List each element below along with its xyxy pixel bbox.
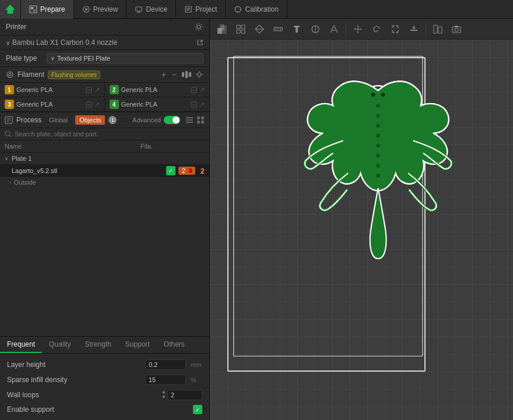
filament-slot-2[interactable]: 2 Generic PLA ↗ bbox=[105, 83, 210, 97]
toolbar-orient-button[interactable] bbox=[213, 21, 231, 37]
slot-arrow-3: ↗ bbox=[94, 101, 100, 108]
toolbar-divider-2 bbox=[426, 23, 426, 35]
grid-view-icon[interactable] bbox=[196, 116, 205, 124]
plate-lines bbox=[210, 40, 513, 420]
list-view-icon[interactable] bbox=[185, 116, 194, 124]
layer-height-row: Layer height mm bbox=[0, 357, 209, 372]
search-icon bbox=[5, 130, 12, 137]
toolbar-support-button[interactable] bbox=[288, 21, 305, 37]
home-button[interactable] bbox=[0, 0, 21, 19]
toolbar-seam-button[interactable] bbox=[307, 21, 324, 37]
svg-rect-41 bbox=[201, 117, 204, 119]
process-label: Process bbox=[16, 116, 41, 124]
printer-label: Printer bbox=[6, 23, 26, 31]
printer-name-row[interactable]: ∨ Bambu Lab X1 Carbon 0.4 nozzle bbox=[0, 36, 209, 50]
toolbar-rotate-button[interactable] bbox=[368, 21, 385, 37]
tab-others[interactable]: Others bbox=[157, 337, 192, 353]
svg-rect-23 bbox=[189, 72, 191, 77]
filament-badge[interactable]: 2 bbox=[178, 167, 195, 175]
tree-content: ∨ Plate 1 Lagarto_v5.2.stl ✓ 2 2 › Outsi… bbox=[0, 153, 209, 336]
home-icon bbox=[6, 5, 15, 14]
svg-rect-49 bbox=[237, 25, 240, 29]
add-filament-button[interactable]: + bbox=[160, 70, 167, 79]
toolbar-grid-button[interactable] bbox=[232, 21, 250, 37]
svg-point-24 bbox=[198, 73, 201, 76]
stepper-arrows: ▲ ▼ bbox=[161, 390, 166, 400]
tab-strength[interactable]: Strength bbox=[78, 337, 118, 353]
tab-quality[interactable]: Quality bbox=[42, 337, 78, 353]
tab-support[interactable]: Support bbox=[118, 337, 157, 353]
canvas-area[interactable] bbox=[210, 40, 513, 420]
objects-mode-button[interactable]: Objects bbox=[75, 115, 105, 125]
tab-prepare[interactable]: Prepare bbox=[21, 0, 74, 19]
object-visible-check[interactable]: ✓ bbox=[166, 166, 175, 175]
tab-device[interactable]: Device bbox=[127, 0, 176, 19]
svg-rect-52 bbox=[241, 30, 245, 33]
plate-type-row: Plate type ∨ Textured PEI Plate bbox=[0, 50, 209, 67]
tab-frequent[interactable]: Frequent bbox=[0, 337, 42, 353]
object-badge-num: 2 bbox=[201, 167, 205, 175]
layer-height-input[interactable] bbox=[145, 359, 186, 370]
tab-project[interactable]: Project bbox=[176, 0, 226, 19]
tab-project-label: Project bbox=[195, 5, 217, 13]
object-tree-header: Name Fila. bbox=[0, 140, 209, 153]
toolbar-slice-button[interactable] bbox=[251, 21, 268, 37]
calibration-icon bbox=[234, 5, 242, 13]
filament-slot-3[interactable]: 3 Generic PLA ↗ bbox=[0, 97, 105, 112]
printer-name: ∨ Bambu Lab X1 Carbon 0.4 nozzle bbox=[6, 38, 117, 47]
toolbar-measure-button[interactable] bbox=[269, 21, 287, 37]
layer-height-unit: mm bbox=[191, 361, 202, 368]
toolbar-view-button[interactable] bbox=[429, 21, 447, 37]
external-link-icon bbox=[196, 39, 203, 46]
toolbar-fdm-button[interactable] bbox=[325, 21, 343, 37]
outside-row[interactable]: › Outside bbox=[0, 177, 209, 188]
filament-slot-1[interactable]: 1 Generic PLA ↗ bbox=[0, 83, 105, 97]
enable-support-checkbox[interactable]: ✓ bbox=[193, 405, 202, 414]
preview-icon bbox=[82, 5, 90, 13]
global-mode-button[interactable]: Global bbox=[45, 115, 72, 125]
svg-point-80 bbox=[376, 133, 380, 137]
svg-rect-67 bbox=[434, 25, 437, 33]
slot-name-1: Generic PLA bbox=[16, 86, 83, 93]
toolbar-scale-button[interactable] bbox=[386, 21, 404, 37]
svg-rect-48 bbox=[220, 24, 224, 30]
wall-loops-input[interactable] bbox=[167, 390, 202, 400]
search-input[interactable] bbox=[15, 130, 205, 137]
tab-calibration-label: Calibration bbox=[245, 5, 278, 13]
svg-rect-1 bbox=[31, 7, 33, 9]
toolbar-place-button[interactable] bbox=[405, 21, 423, 37]
svg-rect-50 bbox=[241, 25, 245, 29]
tab-preview[interactable]: Preview bbox=[74, 0, 127, 19]
tab-prepare-label: Prepare bbox=[40, 5, 65, 13]
svg-point-84 bbox=[376, 174, 380, 178]
svg-point-85 bbox=[371, 93, 375, 97]
settings-tabs: Frequent Quality Strength Support Others bbox=[0, 337, 209, 354]
toolbar-move-button[interactable] bbox=[349, 21, 367, 37]
plate-type-label: Plate type bbox=[6, 54, 42, 62]
printer-settings-button[interactable] bbox=[194, 22, 203, 31]
plate-row[interactable]: ∨ Plate 1 bbox=[0, 153, 209, 164]
object-row[interactable]: Lagarto_v5.2.stl ✓ 2 2 bbox=[0, 164, 209, 177]
tab-calibration[interactable]: Calibration bbox=[226, 0, 287, 19]
filament-slots: 1 Generic PLA ↗ 2 Generic PLA ↗ 3 Ge bbox=[0, 83, 209, 112]
advanced-toggle[interactable] bbox=[164, 116, 180, 124]
filament-slot-4[interactable]: 4 Generic PLA ↗ bbox=[105, 97, 210, 112]
outside-expand-icon: › bbox=[9, 179, 11, 185]
svg-rect-58 bbox=[294, 26, 300, 27]
top-nav: Prepare Preview Device Project bbox=[0, 0, 513, 19]
filament-ams-icon[interactable] bbox=[181, 70, 192, 79]
printer-arrow-icon: ∨ bbox=[6, 40, 10, 46]
toolbar-divider-1 bbox=[346, 23, 346, 35]
infill-density-input[interactable] bbox=[145, 375, 186, 385]
slot-num-1: 1 bbox=[5, 85, 14, 94]
outside-label: Outside bbox=[14, 179, 36, 186]
toolbar-camera-button[interactable] bbox=[448, 21, 465, 37]
toolbar-top bbox=[210, 19, 513, 40]
remove-filament-button[interactable]: − bbox=[171, 70, 178, 79]
filament-settings-icon[interactable] bbox=[195, 70, 203, 79]
wall-loops-down[interactable]: ▼ bbox=[161, 395, 166, 400]
plate-label: Plate 1 bbox=[12, 155, 31, 162]
flushing-badge[interactable]: Flushing volumes bbox=[48, 70, 100, 79]
plate-type-select[interactable]: ∨ Textured PEI Plate bbox=[47, 53, 203, 63]
filament-num-label: 2 bbox=[182, 167, 185, 174]
